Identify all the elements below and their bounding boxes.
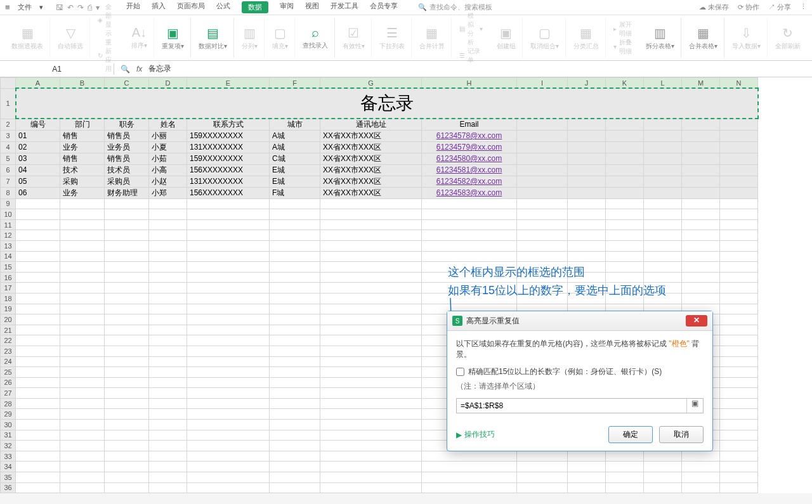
- row-header-26[interactable]: 26: [1, 377, 16, 388]
- row-header-9[interactable]: 9: [1, 198, 16, 209]
- row-header-17[interactable]: 17: [1, 283, 16, 294]
- coop-button[interactable]: ⟳ 协作: [738, 3, 759, 12]
- empty-cell[interactable]: [60, 230, 105, 241]
- empty-cell[interactable]: [149, 367, 187, 378]
- empty-cell[interactable]: [16, 230, 60, 241]
- empty-cell[interactable]: [270, 314, 320, 325]
- row-header-18[interactable]: 18: [1, 293, 16, 304]
- data-cell[interactable]: 技术: [60, 164, 105, 176]
- empty-cell[interactable]: [149, 325, 187, 335]
- ok-button[interactable]: 确定: [608, 426, 653, 443]
- empty-cell[interactable]: [60, 472, 105, 483]
- empty-cell[interactable]: [517, 472, 568, 483]
- empty-cell[interactable]: [568, 472, 606, 483]
- empty-cell[interactable]: [720, 283, 758, 294]
- fill-button[interactable]: ▢填充▾: [266, 18, 295, 58]
- empty-cell[interactable]: [682, 262, 720, 273]
- header-cell[interactable]: 姓名: [149, 119, 187, 130]
- data-cell[interactable]: 61234583@xx.com: [422, 187, 517, 198]
- row-header-36[interactable]: 36: [1, 482, 16, 493]
- data-cell[interactable]: [720, 141, 758, 153]
- empty-cell[interactable]: [149, 388, 187, 399]
- empty-cell[interactable]: [270, 283, 320, 294]
- empty-cell[interactable]: [187, 262, 270, 273]
- empty-cell[interactable]: [270, 420, 320, 430]
- empty-cell[interactable]: [682, 451, 720, 462]
- refresh-button[interactable]: ↻全部刷新: [769, 18, 807, 58]
- data-cell[interactable]: 业务: [60, 187, 105, 198]
- row-header-29[interactable]: 29: [1, 409, 16, 420]
- empty-cell[interactable]: [105, 420, 149, 430]
- data-cell[interactable]: 131XXXXXXXX: [187, 141, 270, 153]
- empty-cell[interactable]: [187, 388, 270, 399]
- data-cell[interactable]: XX省XX市XXX区: [320, 141, 422, 153]
- empty-cell[interactable]: [517, 251, 568, 262]
- empty-cell[interactable]: [270, 367, 320, 378]
- data-cell[interactable]: 159XXXXXXXX: [187, 153, 270, 164]
- empty-cell[interactable]: [60, 346, 105, 356]
- empty-cell[interactable]: [320, 472, 422, 483]
- empty-cell[interactable]: [320, 441, 422, 451]
- data-cell[interactable]: [606, 187, 644, 198]
- empty-cell[interactable]: [16, 462, 60, 472]
- empty-cell[interactable]: [720, 230, 758, 241]
- hamburger-icon[interactable]: ≡: [5, 3, 10, 12]
- empty-cell[interactable]: [422, 462, 517, 472]
- empty-cell[interactable]: [187, 356, 270, 367]
- empty-cell[interactable]: [720, 293, 758, 304]
- tab-页面布局[interactable]: 页面布局: [177, 1, 205, 13]
- data-cell[interactable]: [644, 176, 682, 187]
- empty-cell[interactable]: [320, 430, 422, 441]
- empty-cell[interactable]: [60, 304, 105, 314]
- empty-cell[interactable]: [60, 209, 105, 220]
- data-cell[interactable]: 61234578@xx.com: [422, 130, 517, 141]
- title-cell[interactable]: 备忘录: [16, 88, 758, 119]
- empty-cell[interactable]: [105, 325, 149, 335]
- empty-cell[interactable]: [16, 430, 60, 441]
- row-header-15[interactable]: 15: [1, 262, 16, 273]
- empty-cell[interactable]: [16, 377, 60, 388]
- empty-cell[interactable]: [105, 430, 149, 441]
- long-number-checkbox[interactable]: 精确匹配15位以上的长数字（例如：身份证、银行卡）(S): [456, 366, 704, 377]
- empty-cell[interactable]: [422, 472, 517, 483]
- empty-cell[interactable]: [320, 409, 422, 420]
- empty-cell[interactable]: [149, 272, 187, 283]
- empty-cell[interactable]: [517, 219, 568, 230]
- row-header-27[interactable]: 27: [1, 388, 16, 399]
- empty-cell[interactable]: [270, 430, 320, 441]
- empty-cell[interactable]: [720, 198, 758, 209]
- row-header-24[interactable]: 24: [1, 356, 16, 367]
- split-table-button[interactable]: ▥拆分表格▾: [639, 18, 681, 58]
- empty-cell[interactable]: [644, 451, 682, 462]
- data-cell[interactable]: [682, 187, 720, 198]
- empty-cell[interactable]: [187, 367, 270, 378]
- col-header-L[interactable]: L: [644, 78, 682, 89]
- empty-cell[interactable]: [149, 472, 187, 483]
- empty-cell[interactable]: [270, 462, 320, 472]
- empty-cell[interactable]: [422, 230, 517, 241]
- empty-cell[interactable]: [270, 451, 320, 462]
- data-cell[interactable]: 小赵: [149, 176, 187, 187]
- dropdown-button[interactable]: ☰下拉列表: [373, 18, 412, 58]
- empty-cell[interactable]: [720, 377, 758, 388]
- empty-cell[interactable]: [149, 377, 187, 388]
- empty-cell[interactable]: [644, 482, 682, 493]
- select-all-corner[interactable]: [1, 78, 16, 89]
- data-cell[interactable]: 131XXXXXXXX: [187, 176, 270, 187]
- empty-cell[interactable]: [270, 209, 320, 220]
- data-cell[interactable]: [517, 130, 568, 141]
- empty-cell[interactable]: [682, 251, 720, 262]
- header-cell[interactable]: Email: [422, 119, 517, 130]
- data-cell[interactable]: [720, 164, 758, 176]
- row-header-10[interactable]: 10: [1, 209, 16, 220]
- empty-cell[interactable]: [187, 293, 270, 304]
- empty-cell[interactable]: [720, 482, 758, 493]
- data-cell[interactable]: [606, 176, 644, 187]
- empty-cell[interactable]: [149, 219, 187, 230]
- header-cell[interactable]: 部门: [60, 119, 105, 130]
- more-icon[interactable]: ⋮: [800, 3, 807, 12]
- empty-cell[interactable]: [16, 314, 60, 325]
- empty-cell[interactable]: [606, 462, 644, 472]
- data-cell[interactable]: 采购: [60, 176, 105, 187]
- data-cell[interactable]: E城: [270, 176, 320, 187]
